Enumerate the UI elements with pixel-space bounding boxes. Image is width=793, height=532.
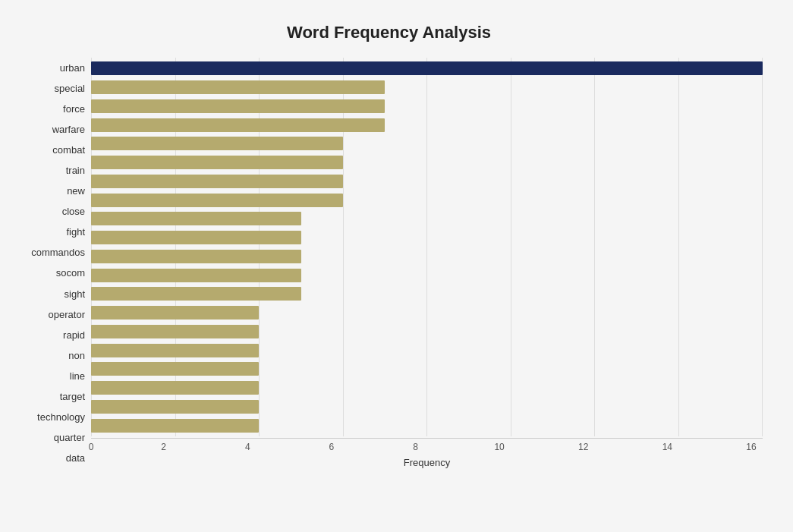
y-label: special — [15, 83, 85, 93]
y-label: socom — [15, 268, 85, 278]
bar — [91, 400, 259, 414]
x-tick: 14 — [656, 442, 678, 452]
bar-row — [91, 379, 763, 396]
bar — [91, 269, 301, 282]
y-label: operator — [15, 310, 85, 320]
y-label: close — [15, 206, 85, 216]
x-tick: 10 — [488, 442, 511, 452]
y-label: fight — [15, 227, 85, 237]
y-label: warfare — [15, 124, 85, 134]
x-tick: 0 — [80, 442, 102, 452]
bar-row — [91, 304, 763, 321]
x-axis: 0246810121416 Frequency — [91, 438, 763, 468]
bar-row — [91, 323, 763, 340]
bar — [91, 194, 343, 207]
y-label: target — [15, 392, 85, 401]
bar — [91, 381, 259, 395]
x-tick: 2 — [153, 442, 175, 452]
y-label: combat — [15, 145, 85, 155]
x-tick: 6 — [320, 442, 343, 452]
bar-row — [91, 210, 763, 227]
bar — [91, 118, 385, 132]
bar — [91, 137, 343, 150]
y-label: quarter — [15, 433, 85, 442]
bar — [91, 99, 385, 113]
x-tick: 8 — [404, 442, 427, 452]
bars-container — [91, 58, 763, 436]
bars-and-x: 0246810121416 Frequency — [91, 58, 763, 468]
bar-row — [91, 229, 763, 246]
y-axis: urbanspecialforcewarfarecombattrainnewcl… — [15, 58, 91, 468]
y-label: line — [15, 371, 85, 381]
bar-row — [91, 173, 763, 190]
chart-area: urbanspecialforcewarfarecombattrainnewcl… — [15, 58, 763, 468]
x-tick: 16 — [740, 442, 763, 452]
x-tick: 12 — [572, 442, 595, 452]
y-label: commandos — [15, 247, 85, 257]
bars-inner — [91, 58, 763, 436]
y-label: non — [15, 351, 85, 360]
bar — [91, 250, 301, 263]
bar — [91, 212, 301, 225]
x-ticks: 0246810121416 — [91, 439, 763, 454]
bar — [91, 306, 259, 320]
bar-row — [91, 398, 763, 415]
bar-row — [91, 267, 763, 284]
bar — [91, 287, 301, 301]
bar — [91, 325, 259, 338]
bar — [91, 156, 343, 169]
bar-row — [91, 342, 763, 359]
x-axis-label: Frequency — [91, 457, 763, 468]
bar — [91, 231, 301, 244]
bar-row — [91, 360, 763, 377]
y-label: new — [15, 186, 85, 196]
y-label: force — [15, 104, 85, 114]
y-label: urban — [15, 63, 85, 73]
bar — [91, 362, 259, 376]
bar — [91, 61, 763, 75]
bar-row — [91, 60, 763, 77]
bar — [91, 344, 259, 357]
bar — [91, 419, 259, 433]
x-tick: 4 — [236, 442, 259, 452]
bar-row — [91, 192, 763, 209]
bar-row — [91, 98, 763, 115]
bar-row — [91, 79, 763, 96]
bar — [91, 175, 343, 188]
y-label: train — [15, 165, 85, 175]
y-label: rapid — [15, 330, 85, 340]
chart-title: Word Frequency Analysis — [15, 15, 763, 42]
bar-row — [91, 285, 763, 302]
bar-row — [91, 417, 763, 434]
bar-row — [91, 154, 763, 171]
bar-row — [91, 117, 763, 134]
bar-row — [91, 248, 763, 265]
bar — [91, 80, 385, 94]
y-label: sight — [15, 289, 85, 299]
chart-container: Word Frequency Analysis urbanspecialforc… — [0, 0, 793, 532]
y-label: technology — [15, 412, 85, 422]
bar-row — [91, 135, 763, 152]
y-label: data — [15, 453, 85, 463]
